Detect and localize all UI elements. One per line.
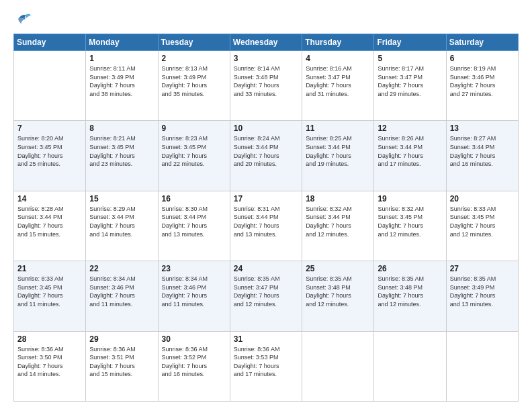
day-number: 9 xyxy=(162,124,226,133)
day-info: Sunrise: 8:32 AMSunset: 3:45 PMDaylight:… xyxy=(378,205,442,238)
day-info: Sunrise: 8:28 AMSunset: 3:44 PMDaylight:… xyxy=(17,205,82,238)
calendar-cell: 17Sunrise: 8:31 AMSunset: 3:44 PMDayligh… xyxy=(230,191,302,261)
calendar-table: SundayMondayTuesdayWednesdayThursdayFrid… xyxy=(13,34,519,402)
day-number: 2 xyxy=(162,54,226,63)
day-info: Sunrise: 8:32 AMSunset: 3:44 PMDaylight:… xyxy=(306,205,370,238)
calendar-week-row: 7Sunrise: 8:20 AMSunset: 3:45 PMDaylight… xyxy=(14,121,519,191)
calendar-cell: 13Sunrise: 8:27 AMSunset: 3:44 PMDayligh… xyxy=(446,121,518,191)
day-number: 7 xyxy=(17,124,82,133)
day-number: 19 xyxy=(378,194,442,203)
calendar-cell xyxy=(302,331,374,401)
calendar-cell: 2Sunrise: 8:13 AMSunset: 3:49 PMDaylight… xyxy=(158,51,230,121)
calendar-cell: 19Sunrise: 8:32 AMSunset: 3:45 PMDayligh… xyxy=(374,191,446,261)
page: SundayMondayTuesdayWednesdayThursdayFrid… xyxy=(0,0,532,411)
day-info: Sunrise: 8:23 AMSunset: 3:45 PMDaylight:… xyxy=(162,134,226,168)
calendar-week-row: 21Sunrise: 8:33 AMSunset: 3:45 PMDayligh… xyxy=(14,261,519,331)
day-number: 26 xyxy=(378,264,442,273)
day-number: 28 xyxy=(17,334,82,344)
calendar-cell: 12Sunrise: 8:26 AMSunset: 3:44 PMDayligh… xyxy=(374,121,446,191)
calendar-cell: 31Sunrise: 8:36 AMSunset: 3:53 PMDayligh… xyxy=(230,331,302,401)
calendar-cell: 21Sunrise: 8:33 AMSunset: 3:45 PMDayligh… xyxy=(14,261,86,331)
day-number: 20 xyxy=(450,194,515,203)
calendar-cell: 15Sunrise: 8:29 AMSunset: 3:44 PMDayligh… xyxy=(86,191,158,261)
calendar-cell: 6Sunrise: 8:19 AMSunset: 3:46 PMDaylight… xyxy=(446,51,518,121)
day-number: 8 xyxy=(89,124,154,133)
calendar-cell: 9Sunrise: 8:23 AMSunset: 3:45 PMDaylight… xyxy=(158,121,230,191)
day-info: Sunrise: 8:13 AMSunset: 3:49 PMDaylight:… xyxy=(162,64,226,98)
day-info: Sunrise: 8:34 AMSunset: 3:46 PMDaylight:… xyxy=(89,275,154,308)
day-info: Sunrise: 8:25 AMSunset: 3:44 PMDaylight:… xyxy=(306,134,370,168)
day-info: Sunrise: 8:14 AMSunset: 3:48 PMDaylight:… xyxy=(234,64,298,98)
day-number: 29 xyxy=(89,334,154,344)
calendar-cell: 26Sunrise: 8:35 AMSunset: 3:48 PMDayligh… xyxy=(374,261,446,331)
day-number: 24 xyxy=(234,264,298,273)
calendar-cell: 5Sunrise: 8:17 AMSunset: 3:47 PMDaylight… xyxy=(374,51,446,121)
day-number: 14 xyxy=(17,194,82,203)
calendar-cell: 11Sunrise: 8:25 AMSunset: 3:44 PMDayligh… xyxy=(302,121,374,191)
calendar-cell: 4Sunrise: 8:16 AMSunset: 3:47 PMDaylight… xyxy=(302,51,374,121)
day-info: Sunrise: 8:17 AMSunset: 3:47 PMDaylight:… xyxy=(378,64,442,98)
day-number: 1 xyxy=(89,54,154,63)
day-number: 10 xyxy=(234,124,298,133)
calendar-cell: 25Sunrise: 8:35 AMSunset: 3:48 PMDayligh… xyxy=(302,261,374,331)
calendar-cell: 3Sunrise: 8:14 AMSunset: 3:48 PMDaylight… xyxy=(230,51,302,121)
day-number: 30 xyxy=(162,334,226,344)
calendar-header-row: SundayMondayTuesdayWednesdayThursdayFrid… xyxy=(14,34,519,51)
calendar-cell: 24Sunrise: 8:35 AMSunset: 3:47 PMDayligh… xyxy=(230,261,302,331)
day-number: 23 xyxy=(162,264,226,273)
calendar-header-tuesday: Tuesday xyxy=(158,34,230,51)
calendar-header-friday: Friday xyxy=(374,34,446,51)
day-info: Sunrise: 8:29 AMSunset: 3:44 PMDaylight:… xyxy=(89,205,154,238)
day-info: Sunrise: 8:27 AMSunset: 3:44 PMDaylight:… xyxy=(450,134,515,168)
calendar-header-sunday: Sunday xyxy=(14,34,86,51)
day-info: Sunrise: 8:26 AMSunset: 3:44 PMDaylight:… xyxy=(378,134,442,168)
calendar-week-row: 28Sunrise: 8:36 AMSunset: 3:50 PMDayligh… xyxy=(14,331,519,401)
day-info: Sunrise: 8:24 AMSunset: 3:44 PMDaylight:… xyxy=(234,134,298,168)
day-info: Sunrise: 8:21 AMSunset: 3:45 PMDaylight:… xyxy=(89,134,154,168)
calendar-cell: 7Sunrise: 8:20 AMSunset: 3:45 PMDaylight… xyxy=(14,121,86,191)
day-info: Sunrise: 8:35 AMSunset: 3:49 PMDaylight:… xyxy=(450,275,515,308)
calendar-cell: 16Sunrise: 8:30 AMSunset: 3:44 PMDayligh… xyxy=(158,191,230,261)
calendar-header-wednesday: Wednesday xyxy=(230,34,302,51)
calendar-cell: 28Sunrise: 8:36 AMSunset: 3:50 PMDayligh… xyxy=(14,331,86,401)
day-number: 22 xyxy=(89,264,154,273)
calendar-cell: 23Sunrise: 8:34 AMSunset: 3:46 PMDayligh… xyxy=(158,261,230,331)
calendar-cell: 20Sunrise: 8:33 AMSunset: 3:45 PMDayligh… xyxy=(446,191,518,261)
calendar-header-monday: Monday xyxy=(86,34,158,51)
day-info: Sunrise: 8:31 AMSunset: 3:44 PMDaylight:… xyxy=(234,205,298,238)
day-info: Sunrise: 8:36 AMSunset: 3:53 PMDaylight:… xyxy=(234,345,298,379)
calendar-cell: 1Sunrise: 8:11 AMSunset: 3:49 PMDaylight… xyxy=(86,51,158,121)
calendar-cell: 8Sunrise: 8:21 AMSunset: 3:45 PMDaylight… xyxy=(86,121,158,191)
day-info: Sunrise: 8:33 AMSunset: 3:45 PMDaylight:… xyxy=(450,205,515,238)
calendar-cell xyxy=(14,51,86,121)
day-info: Sunrise: 8:35 AMSunset: 3:48 PMDaylight:… xyxy=(378,275,442,308)
day-info: Sunrise: 8:35 AMSunset: 3:48 PMDaylight:… xyxy=(306,275,370,308)
day-number: 4 xyxy=(306,54,370,63)
day-number: 27 xyxy=(450,264,515,273)
day-info: Sunrise: 8:33 AMSunset: 3:45 PMDaylight:… xyxy=(17,275,82,308)
day-info: Sunrise: 8:20 AMSunset: 3:45 PMDaylight:… xyxy=(17,134,82,168)
day-number: 13 xyxy=(450,124,515,133)
calendar-header-thursday: Thursday xyxy=(302,34,374,51)
day-number: 21 xyxy=(17,264,82,273)
logo xyxy=(13,12,34,27)
calendar-cell: 29Sunrise: 8:36 AMSunset: 3:51 PMDayligh… xyxy=(86,331,158,401)
day-number: 5 xyxy=(378,54,442,63)
day-number: 31 xyxy=(234,334,298,344)
calendar-cell: 30Sunrise: 8:36 AMSunset: 3:52 PMDayligh… xyxy=(158,331,230,401)
day-info: Sunrise: 8:11 AMSunset: 3:49 PMDaylight:… xyxy=(89,64,154,98)
day-number: 6 xyxy=(450,54,515,63)
day-number: 25 xyxy=(306,264,370,273)
header xyxy=(13,12,519,27)
calendar-cell: 14Sunrise: 8:28 AMSunset: 3:44 PMDayligh… xyxy=(14,191,86,261)
logo-icon xyxy=(13,12,31,27)
day-number: 3 xyxy=(234,54,298,63)
calendar-week-row: 14Sunrise: 8:28 AMSunset: 3:44 PMDayligh… xyxy=(14,191,519,261)
day-number: 11 xyxy=(306,124,370,133)
day-number: 16 xyxy=(162,194,226,203)
calendar-week-row: 1Sunrise: 8:11 AMSunset: 3:49 PMDaylight… xyxy=(14,51,519,121)
day-info: Sunrise: 8:36 AMSunset: 3:50 PMDaylight:… xyxy=(17,345,82,379)
day-info: Sunrise: 8:36 AMSunset: 3:51 PMDaylight:… xyxy=(89,345,154,379)
day-number: 15 xyxy=(89,194,154,203)
day-info: Sunrise: 8:34 AMSunset: 3:46 PMDaylight:… xyxy=(162,275,226,308)
